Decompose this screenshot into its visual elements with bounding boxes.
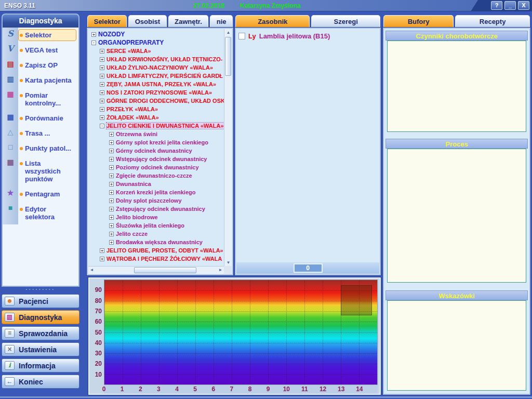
scroll-right-arrow-icon[interactable]: ► [217, 267, 224, 273]
tree-item-label[interactable]: GÓRNE DROGI ODDECHOWE, UKŁAD OSK [107, 98, 224, 104]
tree-item[interactable]: + Dwunastnica [89, 180, 224, 188]
tree-item-label[interactable]: Korzeń krezki jelita cienkiego [116, 189, 195, 195]
tree-item-label[interactable]: Górny splot krezki jelita cienkiego [116, 139, 208, 145]
tab-osobist[interactable]: Osobist [128, 15, 166, 28]
tree-expand-toggle[interactable]: + [109, 215, 114, 220]
nav-pacjenci[interactable]: ☻ Pacjenci [2, 294, 79, 308]
tree-item-label[interactable]: JELITO GRUBE, PROSTE, ODBYT «WALA» [107, 247, 223, 254]
tab-zawnetr[interactable]: Zawnętr. [168, 15, 209, 28]
tree-item-label[interactable]: Jelito biodrowe [116, 214, 158, 220]
scroll-down-arrow-icon[interactable]: ▼ [224, 259, 232, 266]
scroll-up-arrow-icon[interactable]: ▲ [224, 29, 232, 36]
tree-item[interactable]: + UKŁAD KRWIONOŚNY, UKŁAD TĘTNICZO- [89, 55, 224, 63]
tree-item[interactable]: + UKŁAD LIMFATYCZNY, PIERŚCIEŃ GARDŁ [89, 72, 224, 80]
chart-plot[interactable] [104, 280, 378, 385]
tree-item-label[interactable]: Poziomy odcinek dwunastnicy [116, 164, 199, 170]
tree-item-label[interactable]: PRZEŁYK «WALA» [107, 106, 158, 112]
tree-expand-toggle[interactable]: + [100, 57, 104, 62]
sidebar-item-selektor[interactable]: S Selektor [3, 28, 78, 43]
tree-item[interactable]: - ORGANOPREPARATY [89, 38, 224, 47]
sidebar-item-label[interactable]: Pentagram [18, 188, 76, 200]
tree-item-label[interactable]: ZĘBY, JAMA USTNA, PRZEŁYK «WALA» [107, 81, 216, 87]
sidebar-splitter-handle[interactable]: ········· [2, 288, 79, 292]
tree-item-label[interactable]: NOZODY [98, 31, 125, 38]
nav-diagnostyka[interactable]: ▨ Diagnostyka [2, 310, 79, 324]
tree-item[interactable]: + NOZODY [89, 30, 224, 38]
tree-item-label[interactable]: UKŁAD ŻYLNO-NACZYNIOWY «WALA» [107, 64, 213, 71]
nav-ustawienia[interactable]: × Ustawienia [2, 342, 79, 356]
tree-item-label[interactable]: Śluzówka jelita cienkiego [116, 222, 184, 229]
tree-item[interactable]: + ZĘBY, JAMA USTNA, PRZEŁYK «WALA» [89, 80, 224, 88]
tree-expand-toggle[interactable]: + [100, 65, 104, 70]
tree-item-label[interactable]: ORGANOPREPARATY [98, 39, 164, 46]
tree-item-label[interactable]: WĄTROBA I PĘCHERZ ŻÓŁCIOWY «WALA [107, 256, 222, 262]
sidebar-item-porownanie[interactable]: ▩ Porównanie [3, 111, 78, 126]
tree-item[interactable]: + GÓRNE DROGI ODDECHOWE, UKŁAD OSK [89, 97, 224, 105]
tree-expand-toggle[interactable]: + [109, 223, 114, 228]
tree-item[interactable]: + ŻOŁĄDEK «WALA» [89, 113, 224, 122]
tree-item-label[interactable]: Dwunastnica [116, 181, 151, 187]
tree-expand-toggle[interactable]: + [109, 232, 114, 236]
scroll-left-arrow-icon[interactable]: ◄ [88, 267, 95, 273]
tree-item[interactable]: + Zgięcie dwunastniczo-czcze [89, 171, 224, 180]
tree-expand-toggle[interactable]: + [100, 99, 104, 103]
sidebar-item-label[interactable]: Trasa ... [18, 127, 76, 139]
tree-expand-toggle[interactable]: - [100, 124, 104, 128]
tree-expand-toggle[interactable]: + [109, 207, 114, 211]
tree-item-label[interactable]: SERCE «WALA» [107, 48, 151, 54]
tab-nie[interactable]: nie [210, 15, 233, 28]
tree-expand-toggle[interactable]: + [109, 182, 114, 187]
item-checkbox[interactable] [238, 33, 245, 39]
tree-item-label[interactable]: UKŁAD KRWIONOŚNY, UKŁAD TĘTNICZO- [107, 56, 222, 62]
tree-item[interactable]: + Poziomy odcinek dwunastnicy [89, 163, 224, 171]
tree-expand-toggle[interactable]: + [91, 32, 96, 37]
tree-item[interactable]: + Brodawka większa dwunastnicy [89, 238, 224, 246]
tree-expand-toggle[interactable]: + [109, 140, 114, 145]
tree-vertical-scrollbar[interactable]: ▲ ▼ [224, 29, 232, 266]
tree-horizontal-scrollbar[interactable]: ◄ ► [88, 266, 224, 274]
nav-sprawozdania[interactable]: ≡ Sprawozdania [2, 326, 79, 340]
tree-expand-toggle[interactable]: + [100, 257, 104, 261]
tree-expand-toggle[interactable]: + [109, 149, 114, 153]
tree-expand-toggle[interactable]: + [109, 165, 114, 170]
tree-item[interactable]: + Jelito czcze [89, 230, 224, 238]
sidebar-item-label[interactable]: Porównanie [18, 112, 76, 124]
tree-expand-toggle[interactable]: + [100, 49, 104, 54]
sidebar-item-label[interactable]: Punkty patol... [18, 142, 76, 154]
tab-bufory[interactable]: Bufory [383, 15, 454, 28]
tab-szeregi[interactable]: Szeregi [311, 15, 380, 28]
sidebar-item-trasa[interactable]: △ Trasa ... [3, 126, 78, 141]
sidebar-item-label[interactable]: VEGA test [18, 44, 76, 56]
tree-expand-toggle[interactable]: + [109, 198, 114, 203]
tree-item[interactable]: + UKŁAD ŻYLNO-NACZYNIOWY «WALA» [89, 63, 224, 72]
help-button[interactable]: ? [491, 1, 502, 10]
tree-expand-toggle[interactable]: + [109, 132, 114, 137]
sidebar-item-label[interactable]: Selektor [18, 29, 76, 41]
sidebar-item-pentagram[interactable]: ★ Pentagram [3, 187, 78, 202]
tree-item[interactable]: + Korzeń krezki jelita cienkiego [89, 188, 224, 196]
sidebar-item-label[interactable]: Zapisz OP [18, 59, 76, 71]
scrollbar-thumb[interactable] [134, 267, 196, 273]
tree-expand-toggle[interactable]: + [100, 107, 104, 112]
tree-expand-toggle[interactable]: + [109, 190, 114, 195]
tree-item-label[interactable]: Otrzewna świni [116, 131, 157, 137]
tree-item[interactable]: + Górny splot krezki jelita cienkiego [89, 138, 224, 147]
tree-item[interactable]: + Wstępujący odcinek dwunastnicy [89, 155, 224, 163]
sidebar-item-label[interactable]: Pomiar kontrolny... [18, 89, 76, 109]
sidebar-item-lista-punktow[interactable]: ▦ Lista wszystkich punktów [3, 156, 78, 187]
minimize-button[interactable]: _ [504, 1, 516, 10]
chart-selection-region[interactable] [341, 285, 372, 315]
sidebar-item-punkty-patol[interactable]: □ Punkty patol... [3, 141, 78, 156]
sidebar-item-vega-test[interactable]: V VEGA test [3, 43, 78, 58]
tree-expand-toggle[interactable]: + [109, 157, 114, 162]
scrollbar-thumb[interactable] [225, 37, 231, 76]
tree-expand-toggle[interactable]: + [109, 240, 114, 245]
tree-item[interactable]: + SERCE «WALA» [89, 47, 224, 55]
tree-item-label[interactable]: NOS I ZATOKI PRZYNOSOWE «WALA» [107, 89, 212, 96]
tree-item[interactable]: + Otrzewna świni [89, 130, 224, 138]
tree-item[interactable]: + Zstępujący odcinek dwunastnicy [89, 205, 224, 213]
zasobnik-item[interactable]: Ly Lamblia jelitowa (B15) [238, 31, 379, 41]
tree-item[interactable]: + Śluzówka jelita cienkiego [89, 221, 224, 230]
tree-expand-toggle[interactable]: - [91, 41, 96, 45]
tree-expand-toggle[interactable]: + [109, 174, 114, 178]
